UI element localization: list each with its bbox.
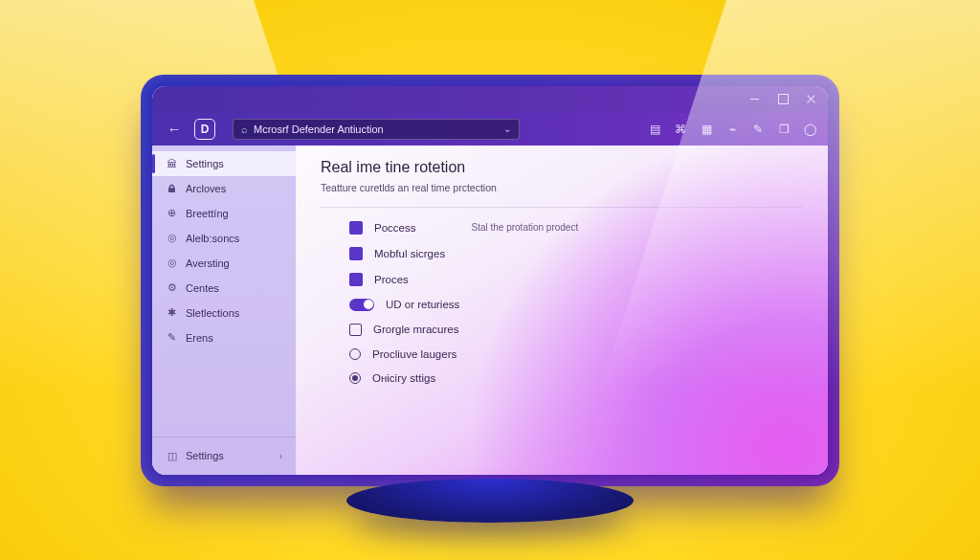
radio[interactable] [349,348,361,360]
sidebar-item-label: Alelb:soncs [186,233,239,244]
maximize-button[interactable] [776,93,790,106]
sidebar-item-6[interactable]: ✱Sletlections [152,301,296,325]
back-button[interactable]: ← [164,119,185,140]
globe-icon: ⊕ [166,207,178,219]
stamp-icon[interactable]: ⌘ [674,123,687,136]
lock-icon: 🔒︎ [166,182,178,194]
sidebar-footer-label: Settings [186,450,224,461]
compass-icon: ◎ [166,232,178,244]
divider [321,207,803,208]
sidebar-item-5[interactable]: ⚙Centes [152,276,296,301]
chevron-right-icon: › [279,451,282,461]
option-5[interactable]: Procliuve laugers [349,348,803,360]
option-label: Mobful sicrges [374,248,445,259]
device-frame: ← D ⌕ Mcrosrf Defender Antiuction ⌄ ▤⌘▦⌁… [141,75,839,486]
option-label: Procliuve laugers [372,348,457,360]
sidebar-nav: 🏛︎Settings🔒︎Arcloves⊕Breettíng◎Alelb:son… [152,146,296,437]
option-label: Poccess [374,222,415,234]
pencil-icon: ✎ [166,331,178,344]
compass-icon: ◎ [166,257,178,269]
square-checkbox-icon[interactable] [349,221,363,235]
sidebar-item-label: Settings [186,158,224,169]
chevron-down-icon: ⌄ [503,123,511,134]
gear-icon: ⚙ [166,281,178,294]
sidebar-item-3[interactable]: ◎Alelb:soncs [152,226,296,251]
search-input[interactable]: ⌕ Mcrosrf Defender Antiuction ⌄ [233,119,520,140]
checkbox[interactable] [349,324,362,336]
option-1[interactable]: Mobful sicrges [349,247,803,260]
pen-icon[interactable]: ✎ [751,123,765,136]
option-label: Grorgle mracures [373,324,458,335]
option-label: Proces [374,274,409,285]
option-label: UD or returiess [386,299,459,310]
option-0[interactable]: PoccessStal the protation prodect [349,221,803,235]
sidebar-item-label: Arcloves [186,183,226,194]
option-label: Онісігу sttigs [372,372,435,384]
tag-icon[interactable]: ⌁ [725,123,739,136]
sidebar-item-1[interactable]: 🔒︎Arcloves [152,176,296,201]
search-text: Mcrosrf Defender Antiuction [254,123,384,135]
screen: ← D ⌕ Mcrosrf Defender Antiuction ⌄ ▤⌘▦⌁… [152,86,828,475]
radio[interactable] [349,372,361,384]
sidebar-item-label: Aversting [186,258,230,269]
sidebar-item-4[interactable]: ◎Aversting [152,251,296,276]
search-icon: ⌕ [241,123,248,135]
sparkle-icon: ✱ [166,306,178,319]
square-checkbox-icon[interactable] [349,273,363,286]
sidebar-item-label: Breettíng [186,208,229,219]
square-checkbox-icon[interactable] [349,247,363,260]
page-title: Real ime tine rotetion [321,159,803,176]
sidebar-item-label: Erens [186,332,213,344]
main-content: Real ime tine rotetion Teatture curetlds… [296,146,828,475]
body: 🏛︎Settings🔒︎Arcloves⊕Breettíng◎Alelb:son… [152,146,828,475]
toggle-switch[interactable] [349,299,374,311]
settings-icon: ◫ [166,450,178,462]
close-button[interactable] [805,93,818,106]
floppy-icon[interactable]: ▤ [648,123,661,136]
sidebar-item-label: Centes [186,282,219,294]
window-icon[interactable]: ❐ [777,123,791,136]
option-3[interactable]: UD or returiess [349,299,803,311]
circle-icon[interactable]: ◯ [803,123,816,136]
building-icon: 🏛︎ [166,157,178,169]
page-subtitle: Teatture curetlds an real time prctectio… [321,182,803,193]
sidebar-item-label: Sletlections [186,307,239,319]
option-6[interactable]: Онісігу sttigs [349,372,803,384]
grid-icon[interactable]: ▦ [700,123,713,136]
sidebar-item-7[interactable]: ✎Erens [152,325,296,350]
sidebar-item-0[interactable]: 🏛︎Settings [152,151,296,176]
toolbar: ← D ⌕ Mcrosrf Defender Antiuction ⌄ ▤⌘▦⌁… [152,113,828,146]
minimize-button[interactable] [747,93,761,106]
window-titlebar [152,86,828,113]
options-list: PoccessStal the protation prodectMobful … [321,221,803,384]
app-badge-icon: D [194,119,215,140]
device-stand [346,479,634,523]
sidebar: 🏛︎Settings🔒︎Arcloves⊕Breettíng◎Alelb:son… [152,146,296,475]
toolbar-icons: ▤⌘▦⌁✎❐◯ [648,123,816,136]
option-2[interactable]: Proces [349,273,803,286]
option-4[interactable]: Grorgle mracures [349,324,803,336]
sidebar-item-2[interactable]: ⊕Breettíng [152,201,296,226]
option-hint: Stal the protation prodect [471,222,578,233]
sidebar-footer-settings[interactable]: ◫ Settings › [152,437,296,475]
